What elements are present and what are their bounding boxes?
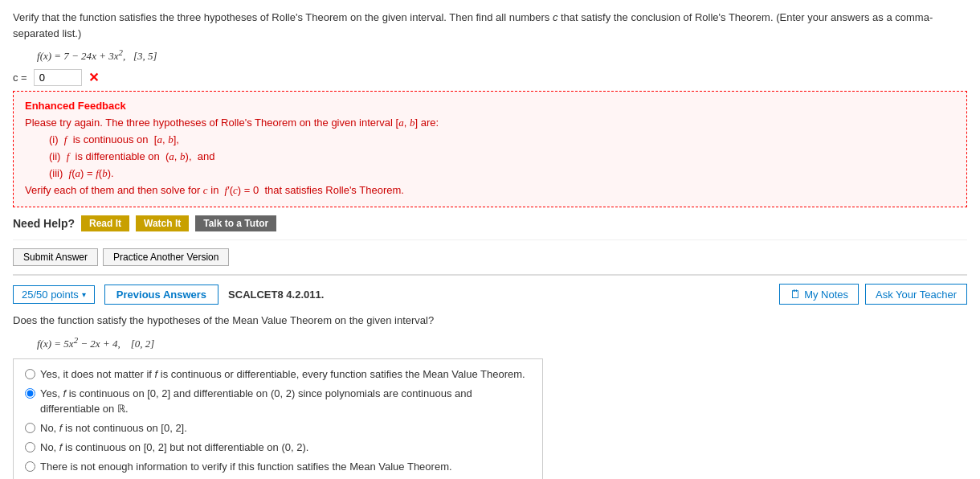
need-help-label: Need Help? <box>13 217 75 230</box>
option-4-radio[interactable] <box>25 442 35 452</box>
question-id: SCALCET8 4.2.011. <box>228 289 324 301</box>
option-3-text: No, f is not continuous on [0, 2]. <box>40 421 531 436</box>
option-1-radio[interactable] <box>25 369 35 379</box>
option-3-row: No, f is not continuous on [0, 2]. <box>25 421 531 436</box>
problem1-answer-label: c = <box>13 72 27 84</box>
problem1-instruction: Verify that the function satisfies the t… <box>13 10 967 41</box>
submit-answer-button[interactable]: Submit Answer <box>13 248 98 266</box>
watch-it-button[interactable]: Watch It <box>136 215 189 231</box>
feedback-conclusion: Verify each of them and then solve for c… <box>25 182 955 199</box>
action-row: Submit Answer Practice Another Version <box>13 240 967 266</box>
points-value: 25/50 points <box>22 289 79 301</box>
option-4-row: No, f is continuous on [0, 2] but not di… <box>25 440 531 455</box>
points-badge[interactable]: 25/50 points ▾ <box>13 285 95 304</box>
option-4-text: No, f is continuous on [0, 2] but not di… <box>40 440 531 455</box>
problem1-function: f(x) = 7 − 24x + 3x2, [3, 5] <box>37 47 967 63</box>
problem2-question: Does the function satisfy the hypotheses… <box>13 313 967 329</box>
option-3-radio[interactable] <box>25 423 35 433</box>
header-right: 🗒 My Notes Ask Your Teacher <box>779 284 967 305</box>
ask-teacher-button[interactable]: Ask Your Teacher <box>865 284 967 305</box>
practice-another-button[interactable]: Practice Another Version <box>103 248 229 266</box>
feedback-item-1: (i) f is continuous on [a, b], <box>49 132 955 149</box>
feedback-box: Enhanced Feedback Please try again. The … <box>13 91 967 207</box>
problem2-function: f(x) = 5x2 − 2x + 4, [0, 2] <box>37 335 967 350</box>
option-1-text: Yes, it does not matter if f is continuo… <box>40 367 531 382</box>
feedback-title: Enhanced Feedback <box>25 100 955 112</box>
option-5-row: There is not enough information to verif… <box>25 460 531 474</box>
problem1-answer-input[interactable] <box>34 69 82 86</box>
talk-to-tutor-button[interactable]: Talk to a Tutor <box>195 215 276 231</box>
problem2-header: 25/50 points ▾ Previous Answers SCALCET8… <box>13 274 967 305</box>
option-1-row: Yes, it does not matter if f is continuo… <box>25 367 531 382</box>
feedback-body: Please try again. The three hypotheses o… <box>25 115 955 199</box>
need-help-row: Need Help? Read It Watch It Talk to a Tu… <box>13 215 967 231</box>
problem1-answer-row: c = ✕ <box>13 69 967 86</box>
read-it-button[interactable]: Read It <box>81 215 129 231</box>
options-box: Yes, it does not matter if f is continuo… <box>13 358 543 479</box>
chevron-down-icon: ▾ <box>82 290 86 299</box>
feedback-intro: Please try again. The three hypotheses o… <box>25 115 955 132</box>
option-2-row: Yes, f is continuous on [0, 2] and diffe… <box>25 387 531 416</box>
option-5-radio[interactable] <box>25 461 35 472</box>
option-2-text: Yes, f is continuous on [0, 2] and diffe… <box>40 387 531 416</box>
my-notes-button[interactable]: 🗒 My Notes <box>779 284 859 305</box>
problem1-wrong-icon: ✕ <box>88 70 99 85</box>
option-5-text: There is not enough information to verif… <box>40 460 531 474</box>
feedback-item-2: (ii) f is differentiable on (a, b), and <box>49 149 955 166</box>
option-2-radio[interactable] <box>25 388 35 399</box>
document-icon: 🗒 <box>790 288 801 301</box>
previous-answers-button[interactable]: Previous Answers <box>104 285 218 305</box>
feedback-item-3: (iii) f(a) = f(b). <box>49 166 955 182</box>
